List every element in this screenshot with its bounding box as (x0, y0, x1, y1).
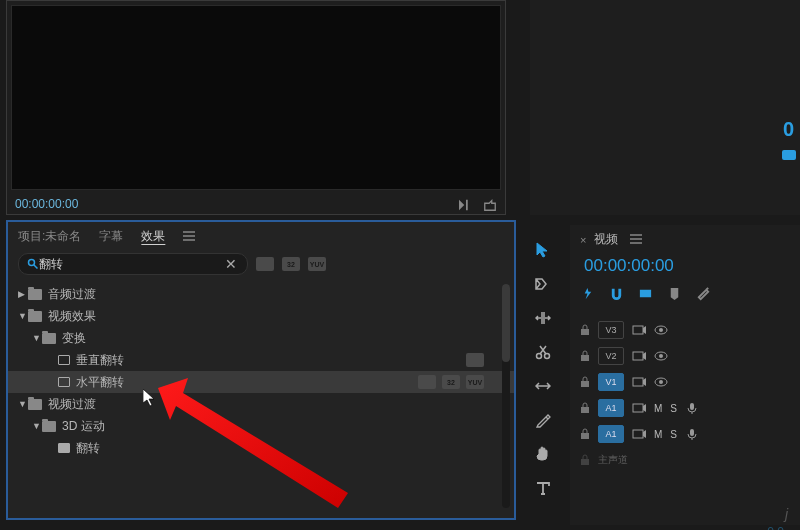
track-v3[interactable]: V3 (570, 317, 800, 343)
effect-filter-badges: 32 YUV (256, 257, 326, 271)
track-output-icon[interactable] (632, 376, 646, 388)
track-output-icon[interactable] (632, 350, 646, 362)
tab-project[interactable]: 项目:未命名 (18, 228, 81, 245)
track-master[interactable]: 主声道 0.0 (570, 447, 800, 473)
tree-3d-motion[interactable]: ▼ 3D 运动 (8, 415, 514, 437)
effects-search-box[interactable]: ✕ (18, 253, 248, 275)
track-label[interactable]: V1 (598, 373, 624, 391)
accelerated-badge[interactable] (256, 257, 274, 271)
mic-icon[interactable] (685, 402, 699, 414)
timeline-timecode[interactable]: 00:00:00:00 (570, 254, 800, 284)
eye-icon[interactable] (654, 376, 668, 388)
monitor-timecode[interactable]: 00:00:00:00 (15, 197, 78, 211)
play-stop-icon[interactable] (459, 199, 473, 211)
tree-label: 音频过渡 (48, 286, 96, 303)
svg-point-17 (659, 380, 663, 384)
no-sequence-icon: × (580, 234, 586, 246)
lock-icon[interactable] (580, 376, 590, 388)
svg-rect-10 (581, 355, 589, 361)
razor-tool[interactable] (533, 342, 553, 362)
chevron-right-icon: ▶ (18, 289, 28, 299)
tree-vertical-flip[interactable]: 垂直翻转 (8, 349, 514, 371)
panel-menu-icon[interactable] (183, 230, 197, 244)
track-output-icon[interactable] (632, 324, 646, 336)
lock-icon[interactable] (580, 402, 590, 414)
search-input[interactable] (39, 257, 223, 271)
scroll-thumb[interactable] (502, 284, 510, 362)
chevron-down-icon: ▼ (32, 421, 42, 431)
marker-icon[interactable] (667, 286, 682, 301)
track-label[interactable]: A1 (598, 399, 624, 417)
track-select-tool[interactable] (533, 274, 553, 294)
lock-icon[interactable] (580, 454, 590, 466)
svg-rect-5 (640, 290, 651, 298)
svg-rect-7 (633, 326, 643, 334)
eye-icon[interactable] (654, 324, 668, 336)
tab-effects[interactable]: 效果 (141, 228, 165, 245)
folder-icon (42, 333, 56, 344)
svg-rect-6 (581, 329, 589, 335)
svg-rect-20 (690, 403, 694, 410)
hand-tool[interactable] (533, 444, 553, 464)
monitor-controls (459, 199, 497, 211)
tree-horizontal-flip[interactable]: 水平翻转 32 YUV (8, 371, 514, 393)
folder-icon (28, 399, 42, 410)
accelerated-badge (466, 353, 484, 367)
solo-button[interactable]: S (670, 429, 677, 440)
settings-icon[interactable] (696, 286, 711, 301)
mute-button[interactable]: M (654, 403, 662, 414)
track-label[interactable]: A1 (598, 425, 624, 443)
tree-transform[interactable]: ▼ 变换 (8, 327, 514, 349)
lock-icon[interactable] (580, 350, 590, 362)
solo-button[interactable]: S (670, 403, 677, 414)
program-monitor-partial: 0 (530, 0, 800, 215)
eye-icon[interactable] (654, 350, 668, 362)
slip-tool[interactable] (533, 376, 553, 396)
export-frame-icon[interactable] (483, 199, 497, 211)
ripple-edit-tool[interactable] (533, 308, 553, 328)
search-icon (27, 258, 39, 270)
tree-label: 视频过渡 (48, 396, 96, 413)
pen-tool[interactable] (533, 410, 553, 430)
tree-flip-transition[interactable]: 翻转 (8, 437, 514, 459)
track-v1[interactable]: V1 (570, 369, 800, 395)
svg-rect-19 (633, 404, 643, 412)
linked-selection-icon[interactable] (638, 286, 653, 301)
32bit-badge[interactable]: 32 (282, 257, 300, 271)
track-output-icon[interactable] (632, 428, 646, 440)
type-tool[interactable] (533, 478, 553, 498)
magnet-icon[interactable] (609, 286, 624, 301)
effects-tree: ▶ 音频过渡 ▼ 视频效果 ▼ 变换 垂直翻转 水平翻转 32 (8, 279, 514, 463)
track-label[interactable]: V3 (598, 321, 624, 339)
track-label[interactable]: V2 (598, 347, 624, 365)
mute-button[interactable]: M (654, 429, 662, 440)
yuv-badge[interactable]: YUV (308, 257, 326, 271)
track-v2[interactable]: V2 (570, 343, 800, 369)
lock-icon[interactable] (580, 324, 590, 336)
audio-level: 0.0 (767, 525, 784, 530)
effect-icon (58, 355, 70, 365)
track-a1[interactable]: A1 M S (570, 395, 800, 421)
clear-search-icon[interactable]: ✕ (223, 256, 239, 272)
tree-video-transitions[interactable]: ▼ 视频过渡 (8, 393, 514, 415)
svg-rect-18 (581, 407, 589, 413)
mic-icon[interactable] (685, 428, 699, 440)
monitor-viewport[interactable] (11, 5, 501, 190)
timeline-panel: × 视频 00:00:00:00 V3 V2 V1 (570, 225, 800, 525)
track-output-icon[interactable] (632, 402, 646, 414)
timeline-tab[interactable]: 视频 (594, 231, 618, 248)
svg-rect-14 (581, 381, 589, 387)
track-a1b[interactable]: A1 M S (570, 421, 800, 447)
tree-video-effects[interactable]: ▼ 视频效果 (8, 305, 514, 327)
selection-tool[interactable] (533, 240, 553, 260)
tab-captions[interactable]: 字幕 (99, 228, 123, 245)
svg-line-1 (34, 265, 38, 269)
panel-menu-icon[interactable] (630, 233, 642, 247)
tree-audio-transitions[interactable]: ▶ 音频过渡 (8, 283, 514, 305)
tree-label: 水平翻转 (76, 374, 124, 391)
svg-rect-21 (581, 433, 589, 439)
tree-scrollbar[interactable] (502, 284, 510, 508)
effect-icon (58, 377, 70, 387)
lock-icon[interactable] (580, 428, 590, 440)
snap-icon[interactable] (580, 286, 595, 301)
